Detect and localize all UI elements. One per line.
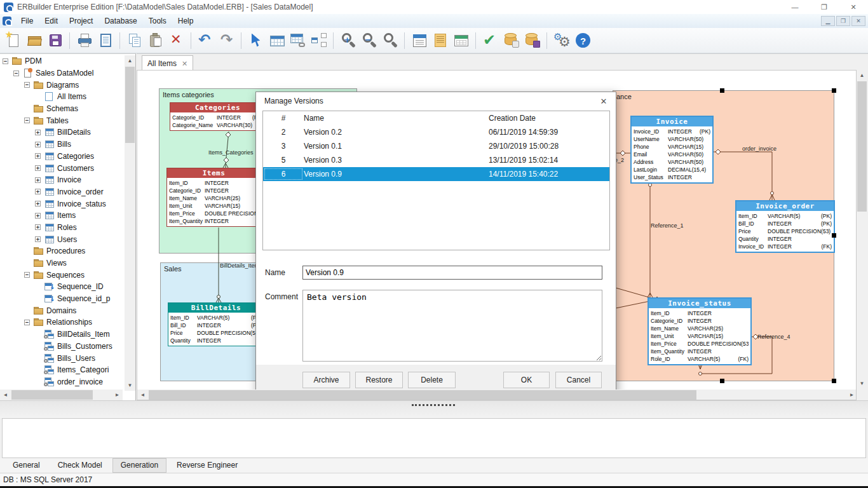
- archive-button[interactable]: Archive: [302, 372, 350, 388]
- tree-item[interactable]: PDM: [0, 55, 123, 67]
- scroll-left-icon[interactable]: ◄: [137, 390, 148, 400]
- diagram-canvas[interactable]: Items categories Sales ance: [137, 71, 857, 390]
- scroll-up-icon[interactable]: ▲: [125, 55, 135, 66]
- toolbar-button[interactable]: [267, 30, 288, 51]
- menu-item[interactable]: Edit: [39, 17, 64, 25]
- scroll-down-icon[interactable]: ▼: [125, 380, 135, 391]
- toolbar-button[interactable]: [74, 30, 95, 51]
- tree-expander-icon[interactable]: [35, 130, 41, 135]
- toolbar-button[interactable]: [501, 30, 522, 51]
- tree-expander-icon[interactable]: [35, 224, 41, 230]
- delete-button[interactable]: Delete: [408, 372, 456, 388]
- tree-item[interactable]: order_invoice: [0, 376, 123, 388]
- scroll-up-icon[interactable]: ▲: [857, 70, 867, 81]
- tree-item[interactable]: Users: [0, 233, 123, 245]
- canvas-vertical-scrollbar[interactable]: ▲ ▼: [857, 70, 867, 400]
- tree-expander-icon[interactable]: [35, 177, 41, 183]
- tree-expander-icon[interactable]: [24, 272, 30, 278]
- tree-expander-icon[interactable]: [24, 118, 30, 123]
- entity-invoice-order[interactable]: Invoice_order Item_IDVARCHAR(5)(PK)Bill_…: [735, 200, 835, 253]
- scroll-down-icon[interactable]: ▼: [857, 378, 867, 389]
- entity-items[interactable]: Items Item_IDINTEGERCategorie_IDINTEGERI…: [166, 168, 261, 227]
- selection-handle[interactable]: [832, 233, 836, 238]
- tree-item[interactable]: Items: [0, 210, 123, 222]
- entity-invoice[interactable]: Invoice Invoice_IDINTEGER(PK)UserNameVAR…: [630, 116, 714, 184]
- mdi-restore-button[interactable]: ❐: [836, 16, 850, 26]
- tree-item[interactable]: All Items: [0, 91, 123, 103]
- bottom-tab[interactable]: Check Model: [50, 459, 110, 472]
- close-button[interactable]: ✕: [839, 0, 868, 14]
- tree-expander-icon[interactable]: [35, 165, 41, 171]
- tree-item[interactable]: Categories: [0, 151, 123, 163]
- menu-item[interactable]: Help: [172, 17, 200, 25]
- canvas-horizontal-scrollbar[interactable]: ◄ ►: [137, 390, 857, 400]
- selection-handle[interactable]: [720, 88, 724, 93]
- version-name-input[interactable]: [302, 266, 602, 280]
- entity-categories[interactable]: Categories Categorie_IDINTEGER(PK)Catego…: [170, 102, 266, 131]
- toolbar-button[interactable]: [552, 30, 573, 51]
- tree-item[interactable]: Bills_Customers: [0, 341, 123, 353]
- ok-button[interactable]: OK: [503, 372, 550, 388]
- tree-item[interactable]: Procedures: [0, 245, 123, 257]
- tree-expander-icon[interactable]: [35, 189, 41, 194]
- tree-item[interactable]: Invoice_order: [0, 186, 123, 198]
- tree-item[interactable]: Bills: [0, 139, 123, 151]
- tree-expander-icon[interactable]: [24, 82, 30, 88]
- tree-item[interactable]: Items_Categori: [0, 364, 123, 376]
- menu-item[interactable]: Database: [98, 17, 142, 25]
- tree-item[interactable]: Sequences: [0, 269, 123, 281]
- restore-button[interactable]: Restore: [355, 372, 403, 388]
- scroll-right-icon[interactable]: ►: [112, 390, 123, 400]
- tree-expander-icon[interactable]: [3, 58, 8, 64]
- tree-item[interactable]: Sequence_id_p: [0, 293, 123, 305]
- scroll-left-icon[interactable]: ◄: [0, 390, 11, 400]
- tree-item[interactable]: Views: [0, 257, 123, 269]
- version-row[interactable]: 3 Version 0.1 29/10/2019 15:00:28: [263, 139, 609, 153]
- toolbar-button[interactable]: [166, 30, 187, 51]
- tree-item[interactable]: Schemas: [0, 103, 123, 115]
- toolbar-button[interactable]: [359, 30, 380, 51]
- scrollbar-thumb[interactable]: [125, 67, 135, 143]
- tree-expander-icon[interactable]: [24, 320, 30, 325]
- tree-vertical-scrollbar[interactable]: ▲ ▼: [125, 55, 135, 391]
- toolbar-button[interactable]: [480, 30, 501, 51]
- toolbar-button[interactable]: [573, 30, 593, 51]
- versions-list[interactable]: # Name Creation Date 2 Version 0.2 06/11…: [262, 111, 610, 250]
- tree-item[interactable]: Diagrams: [0, 79, 123, 91]
- mdi-close-button[interactable]: ✕: [851, 16, 865, 26]
- scrollbar-thumb[interactable]: [149, 390, 696, 400]
- tree-item[interactable]: Invoice_status: [0, 198, 123, 210]
- tree-expander-icon[interactable]: [35, 153, 41, 159]
- tree-horizontal-scrollbar[interactable]: ◄ ►: [0, 390, 123, 400]
- comment-textarea[interactable]: [302, 290, 602, 362]
- tree-item[interactable]: Sales DataModel: [0, 67, 123, 79]
- scroll-right-icon[interactable]: ►: [846, 390, 857, 400]
- version-row[interactable]: 2 Version 0.2 06/11/2019 14:59:39: [263, 125, 609, 139]
- tree-item[interactable]: BillDetails: [0, 126, 123, 139]
- toolbar-button[interactable]: [430, 30, 451, 51]
- tree-item[interactable]: Domains: [0, 304, 123, 316]
- toolbar-button[interactable]: [125, 30, 146, 51]
- tree-item[interactable]: Bills_Users: [0, 352, 123, 364]
- bottom-tab[interactable]: Generation: [112, 458, 166, 473]
- tab-all-items[interactable]: All Items ✕: [142, 55, 193, 71]
- toolbar-button[interactable]: [246, 30, 267, 51]
- toolbar-button[interactable]: [146, 30, 166, 51]
- tree-expander-icon[interactable]: [13, 71, 19, 76]
- minimize-button[interactable]: —: [780, 0, 810, 14]
- toolbar-button[interactable]: [380, 30, 401, 51]
- tree-expander-icon[interactable]: [35, 201, 41, 207]
- toolbar-button[interactable]: [3, 30, 24, 51]
- version-row[interactable]: 6 Version 0.9 14/11/2019 15:40:22: [263, 167, 609, 181]
- toolbar-button[interactable]: [95, 30, 116, 51]
- toolbar-button[interactable]: [196, 30, 217, 51]
- toolbar-button[interactable]: [45, 30, 66, 51]
- tree-item[interactable]: Tables: [0, 114, 123, 126]
- tree-item[interactable]: Customers: [0, 162, 123, 174]
- tree-item[interactable]: Sequence_ID: [0, 281, 123, 293]
- dialog-close-icon[interactable]: ✕: [598, 96, 609, 107]
- toolbar-button[interactable]: [309, 30, 330, 51]
- bottom-tab[interactable]: General: [5, 459, 48, 472]
- entity-billdetails[interactable]: BillDetails Item_IDVARCHAR(5)(PK)Bill_ID…: [168, 302, 264, 346]
- menu-item[interactable]: Tools: [143, 17, 172, 25]
